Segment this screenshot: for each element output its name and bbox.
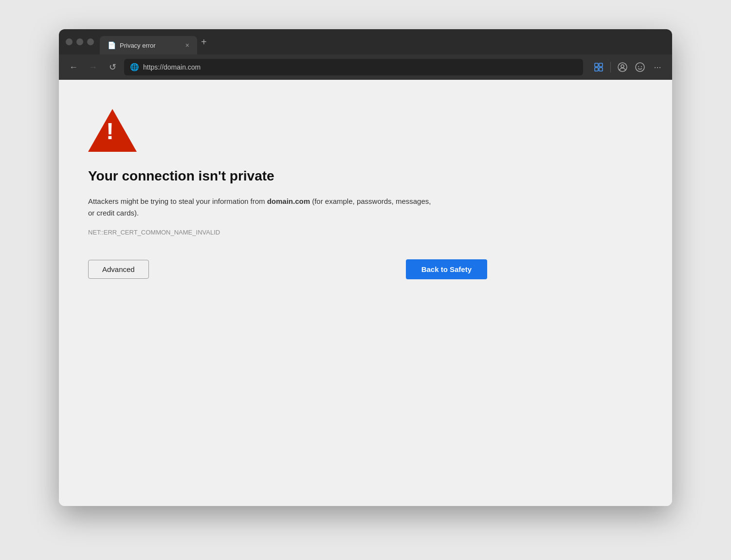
traffic-light-close[interactable] — [66, 38, 73, 45]
svg-rect-3 — [599, 68, 603, 71]
toolbar-right: ··· — [591, 59, 665, 75]
tab-title-label: Privacy error — [120, 42, 182, 49]
forward-button[interactable]: → — [85, 59, 101, 75]
extensions-button[interactable] — [591, 59, 606, 75]
traffic-light-maximize[interactable] — [87, 38, 94, 45]
globe-icon: 🌐 — [130, 63, 139, 72]
svg-rect-0 — [595, 63, 598, 67]
domain-text: domain.com — [267, 197, 310, 205]
error-code: NET::ERR_CERT_COMMON_NAME_INVALID — [88, 229, 643, 236]
more-button[interactable]: ··· — [650, 59, 665, 75]
reload-button[interactable]: ↺ — [105, 59, 120, 75]
tab-favicon-icon: 📄 — [108, 41, 116, 49]
tab-area: 📄 Privacy error × + — [100, 29, 665, 54]
button-row: Advanced Back to Safety — [88, 259, 487, 279]
browser-window: 📄 Privacy error × + ← → ↺ 🌐 https://doma… — [59, 29, 672, 506]
svg-point-8 — [641, 66, 642, 67]
svg-rect-2 — [595, 68, 598, 71]
page-content: Your connection isn't private Attackers … — [59, 80, 672, 506]
tab-close-icon[interactable]: × — [185, 42, 189, 49]
warning-triangle — [88, 109, 137, 152]
traffic-lights — [66, 38, 94, 45]
title-bar: 📄 Privacy error × + — [59, 29, 672, 54]
svg-point-5 — [621, 65, 624, 68]
profile-button[interactable] — [615, 59, 630, 75]
traffic-light-minimize[interactable] — [76, 38, 83, 45]
svg-rect-1 — [599, 63, 603, 67]
back-button[interactable]: ← — [66, 59, 81, 75]
toolbar: ← → ↺ 🌐 https://domain.com — [59, 54, 672, 80]
address-bar[interactable]: 🌐 https://domain.com — [124, 59, 583, 75]
error-heading: Your connection isn't private — [88, 168, 643, 184]
error-description: Attackers might be trying to steal your … — [88, 196, 439, 219]
url-text: https://domain.com — [143, 63, 201, 71]
advanced-button[interactable]: Advanced — [88, 260, 149, 279]
svg-point-7 — [638, 66, 639, 67]
browser-tab-active[interactable]: 📄 Privacy error × — [100, 36, 197, 54]
svg-point-6 — [636, 63, 644, 72]
emoji-button[interactable] — [632, 59, 648, 75]
toolbar-divider — [610, 62, 611, 72]
new-tab-button[interactable]: + — [201, 36, 207, 48]
warning-icon — [88, 109, 643, 154]
description-prefix: Attackers might be trying to steal your … — [88, 197, 267, 205]
back-to-safety-button[interactable]: Back to Safety — [406, 259, 487, 279]
